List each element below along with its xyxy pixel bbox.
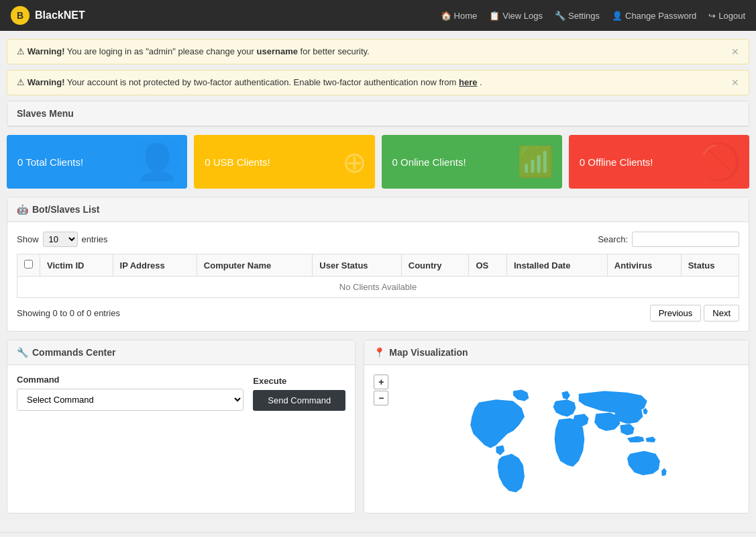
entries-label: entries [82, 234, 108, 244]
nav-home[interactable]: 🏠 Home [441, 11, 478, 21]
map-header: 📍 Map Visualization [364, 340, 749, 365]
bot-table-body: Show 10 25 50 100 entries Search: [7, 222, 749, 331]
world-map [374, 372, 739, 506]
stat-total-label: 0 Total Clients! [17, 156, 83, 168]
stat-offline-label: 0 Offline Clients! [580, 156, 653, 168]
footer: Copyright © BLACKNET by Black.Hacker - 2… [0, 532, 756, 537]
bot-icon: 🤖 [17, 204, 28, 215]
zoom-in-button[interactable]: + [374, 375, 388, 389]
col-computer-name: Computer Name [197, 254, 312, 277]
col-country: Country [401, 254, 469, 277]
stat-online: 0 Online Clients! 📶 [382, 135, 562, 189]
commands-body: Command Select Command Execute Send Comm… [7, 365, 355, 420]
alert2-link[interactable]: here [459, 77, 477, 87]
search-label: Search: [598, 234, 628, 244]
alert-username-text: ⚠ Warning! You are loging in as "admin" … [17, 46, 370, 56]
map-se-asia [620, 424, 634, 435]
bot-table-header: 🤖 Bot/Slaves List [7, 197, 749, 222]
table-footer: Showing 0 to 0 of 0 entries Previous Nex… [17, 305, 739, 322]
map-zoom-controls: + − [374, 375, 388, 405]
cmd-command-col: Command Select Command [17, 375, 244, 411]
alert1-message: You are loging in as "admin" please chan… [67, 46, 257, 56]
search-area: Search: [598, 232, 739, 247]
commands-header: 🔧 Commands Center [7, 340, 355, 365]
bot-table-title: Bot/Slaves List [32, 204, 99, 215]
col-user-status: User Status [313, 254, 401, 277]
pagination: Previous Next [650, 305, 739, 322]
map-title: Map Visualization [389, 347, 468, 358]
stat-usb: 0 USB Clients! ⊕ [194, 135, 374, 189]
alert2-text: ⚠ Warning! Your account is not protected… [17, 77, 482, 87]
table-head: Victim ID IP Address Computer Name User … [17, 254, 739, 277]
commands-panel: 🔧 Commands Center Command Select Command… [7, 340, 356, 514]
map-scandinavia [561, 391, 570, 400]
alert1-close[interactable]: ✕ [731, 46, 739, 57]
stat-offline-icon: 🚫 [698, 142, 741, 183]
stat-online-icon: 📶 [517, 144, 554, 179]
alert-2fa: ⚠ Warning! Your account is not protected… [7, 70, 749, 95]
alert2-prefix: Warning! [28, 77, 65, 87]
table-body: No Clients Available [17, 277, 739, 298]
alert1-highlight: username [257, 46, 298, 56]
map-indonesia2 [645, 437, 655, 443]
cmd-grid: Command Select Command Execute Send Comm… [17, 375, 345, 411]
show-entries: Show 10 25 50 100 entries [17, 232, 108, 247]
show-select[interactable]: 10 25 50 100 [43, 232, 78, 247]
wrench-icon: 🔧 [17, 347, 28, 358]
alert-username: ⚠ Warning! You are loging in as "admin" … [7, 39, 749, 64]
map-north-america [470, 399, 525, 448]
alert2-message: Your account is not protected by two-fac… [67, 77, 459, 87]
alert1-suffix: for better security. [301, 46, 370, 56]
col-os: OS [469, 254, 507, 277]
stat-total: 0 Total Clients! 👤 [7, 135, 187, 189]
nav-logout[interactable]: ↪ Logout [708, 11, 745, 21]
col-victim-id: Victim ID [40, 254, 113, 277]
brand-name: BlackNET [35, 9, 85, 21]
col-installed-date: Installed Date [506, 254, 607, 277]
stat-total-icon: 👤 [136, 142, 179, 183]
execute-label: Execute [253, 376, 345, 386]
nav-view-logs[interactable]: 📋 View Logs [489, 11, 543, 21]
zoom-out-button[interactable]: − [374, 391, 388, 405]
slaves-menu-label: Slaves Menu [17, 108, 74, 119]
stat-usb-icon: ⊕ [342, 145, 367, 179]
stat-online-label: 0 Online Clients! [392, 156, 466, 168]
slaves-menu-header: Slaves Menu [7, 101, 749, 126]
command-label: Command [17, 375, 244, 385]
map-nz [661, 468, 667, 476]
table-controls: Show 10 25 50 100 entries Search: [17, 232, 739, 247]
main-content: ⚠ Warning! You are loging in as "admin" … [0, 31, 756, 530]
send-command-button[interactable]: Send Command [253, 390, 345, 411]
commands-title: Commands Center [32, 347, 115, 358]
navbar: B BlackNET 🏠 Home 📋 View Logs 🔧 Settings… [0, 0, 756, 31]
command-select[interactable]: Select Command [17, 389, 244, 411]
show-label: Show [17, 234, 39, 244]
stats-row: 0 Total Clients! 👤 0 USB Clients! ⊕ 0 On… [7, 135, 749, 189]
map-japan [643, 408, 647, 414]
brand-logo: B [11, 6, 30, 25]
cmd-execute-col: Execute Send Command [253, 376, 345, 411]
search-input[interactable] [632, 232, 739, 247]
nav-change-password[interactable]: 👤 Change Password [612, 11, 696, 21]
alert1-prefix: Warning! [28, 46, 65, 56]
map-body: + − [364, 365, 749, 513]
empty-row: No Clients Available [17, 277, 739, 298]
nav-settings[interactable]: 🔧 Settings [555, 11, 600, 21]
select-all-checkbox[interactable] [24, 260, 33, 268]
stat-offline: 0 Offline Clients! 🚫 [569, 135, 749, 189]
prev-button[interactable]: Previous [650, 305, 702, 322]
map-south-america [497, 454, 524, 492]
map-greenland [513, 389, 529, 401]
map-indonesia [627, 436, 645, 442]
showing-text: Showing 0 to 0 of 0 entries [17, 308, 120, 318]
nav-links: 🏠 Home 📋 View Logs 🔧 Settings 👤 Change P… [441, 11, 745, 21]
next-button[interactable]: Next [704, 305, 739, 322]
empty-message: No Clients Available [17, 277, 739, 298]
alert2-close[interactable]: ✕ [731, 77, 739, 88]
brand: B BlackNET [11, 6, 85, 25]
col-ip: IP Address [113, 254, 197, 277]
slaves-menu-panel: Slaves Menu [7, 101, 749, 127]
stat-usb-label: 0 USB Clients! [205, 156, 270, 168]
map-australia [627, 451, 660, 475]
alert2-suffix: . [480, 77, 482, 87]
